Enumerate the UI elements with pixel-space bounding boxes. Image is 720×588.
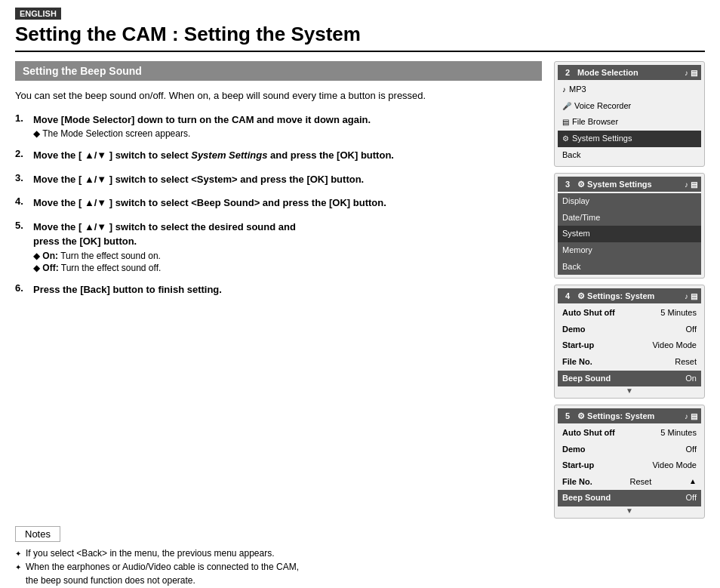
demo-value-4: Off (686, 323, 697, 337)
menu-back-3: Back (558, 259, 701, 276)
step-content-2: Move the [ ▲/▼ ] switch to select System… (33, 148, 542, 163)
back-3-label: Back (562, 260, 580, 274)
menu-system-settings: ⚙ System Settings (558, 131, 701, 147)
notes-box: Notes (15, 526, 60, 542)
step-5-off: Off: Turn the effect sound off. (33, 263, 161, 273)
step-4-text: Move the [ ▲/▼ ] switch to select <Beep … (33, 195, 542, 211)
menu-system: System (558, 226, 701, 242)
panel-5: 5 ⚙ Settings: System ♪ ▤ Auto Shut off 5… (554, 405, 705, 519)
step-num-5: 5. (15, 220, 30, 231)
file-browser-label: File Browser (572, 115, 618, 129)
step-5-note-on: On: Turn the effect sound on. (33, 251, 542, 261)
panel-4-num-badge: 4 ⚙ Settings: System (562, 290, 654, 302)
mp3-label: MP3 (569, 83, 586, 97)
notes-list: If you select <Back> in the menu, the pr… (15, 546, 705, 587)
panel-3-header: 3 ⚙ System Settings ♪ ▤ (558, 177, 701, 192)
row-startup-4: Start-up Video Mode (558, 337, 701, 354)
demo-value-5: Off (686, 443, 697, 457)
menu-voice-recorder: 🎤 Voice Recorder (558, 98, 701, 115)
step-5-note-off: Off: Turn the effect sound off. (33, 263, 542, 273)
music-icon-3: ♪ (685, 180, 688, 189)
menu-mp3: ♪ MP3 (558, 82, 701, 98)
right-column: 2 Mode Selection ♪ ▤ ♪ MP3 🎤 Voice Recor… (554, 61, 705, 519)
demo-label-4: Demo (562, 323, 586, 337)
step-content-5: Move the [ ▲/▼ ] switch to select the de… (33, 220, 542, 273)
startup-value-4: Video Mode (652, 339, 697, 352)
step-1-diamond: The Mode Selection screen appears. (33, 128, 190, 139)
startup-label-4: Start-up (562, 339, 594, 352)
battery-icon: ▤ (691, 69, 697, 77)
section-title: Setting the Beep Sound (15, 61, 542, 81)
panel-4-icons: ♪ ▤ (685, 292, 697, 300)
panel-3: 3 ⚙ System Settings ♪ ▤ Display Date/Tim… (554, 173, 705, 279)
scroll-down-4: ▼ (558, 386, 701, 395)
panel-5-header: 5 ⚙ Settings: System ♪ ▤ (558, 408, 701, 423)
step-num-1: 1. (15, 112, 30, 124)
step-3: 3. Move the [ ▲/▼ ] switch to select <Sy… (15, 172, 542, 187)
file-icon: ▤ (562, 116, 569, 128)
music-icon-4: ♪ (685, 292, 688, 300)
panel-3-icons: ♪ ▤ (685, 180, 697, 189)
panel-4-wrapper: 4 ⚙ Settings: System ♪ ▤ Auto Shut off 5… (554, 285, 705, 399)
row-beepsound-5: Beep Sound Off (558, 490, 701, 506)
menu-datetime: Date/Time (558, 210, 701, 226)
fileno-label-4: File No. (562, 356, 592, 369)
step-content-1: Move [Mode Selector] down to turn on the… (33, 112, 542, 140)
autoshutoff-label-4: Auto Shut off (562, 306, 615, 320)
fileno-value-4: Reset (675, 356, 697, 369)
panel-5-wrapper: 5 ⚙ Settings: System ♪ ▤ Auto Shut off 5… (554, 405, 705, 519)
step-3-text: Move the [ ▲/▼ ] switch to select <Syste… (33, 172, 542, 187)
row-autoshutoff-4: Auto Shut off 5 Minutes (558, 305, 701, 322)
beepsound-label-5: Beep Sound (562, 491, 611, 505)
memory-label: Memory (562, 244, 592, 257)
page: ENGLISH Setting the CAM : Setting the Sy… (0, 0, 720, 588)
left-column: Setting the Beep Sound You can set the b… (15, 61, 554, 519)
row-beepsound-4: Beep Sound On (558, 371, 701, 387)
intro-text: You can set the beep sound on/off. When … (15, 88, 542, 103)
autoshutoff-value-4: 5 Minutes (660, 306, 697, 320)
row-demo-4: Demo Off (558, 322, 701, 338)
step-num-3: 3. (15, 172, 30, 183)
row-startup-5: Start-up Video Mode (558, 457, 701, 474)
step-5-on: On: Turn the effect sound on. (33, 251, 161, 261)
panel-3-num-badge: 3 ⚙ System Settings (562, 178, 652, 190)
panel-5-icons: ♪ ▤ (685, 412, 697, 420)
step-4: 4. Move the [ ▲/▼ ] switch to select <Be… (15, 195, 542, 211)
menu-file-browser: ▤ File Browser (558, 114, 701, 131)
voice-recorder-label: Voice Recorder (574, 100, 631, 113)
system-settings-label: System Settings (572, 132, 632, 146)
notes-section: Notes If you select <Back> in the menu, … (0, 526, 720, 587)
menu-back-1: Back (558, 147, 701, 164)
notes-item-1: If you select <Back> in the menu, the pr… (15, 546, 705, 560)
header: ENGLISH Setting the CAM : Setting the Sy… (0, 0, 720, 61)
back-1-label: Back (562, 149, 580, 162)
settings-icon: ⚙ (562, 133, 569, 145)
mic-icon: 🎤 (562, 100, 571, 112)
page-title: Setting the CAM : Setting the System (15, 23, 705, 52)
panel-3-title: ⚙ System Settings (577, 180, 652, 189)
panel-3-wrapper: 3 ⚙ System Settings ♪ ▤ Display Date/Tim… (554, 173, 705, 279)
row-demo-5: Demo Off (558, 442, 701, 458)
datetime-label: Date/Time (562, 211, 600, 225)
panel-4-title: ⚙ Settings: System (577, 291, 654, 300)
step-5-text: Move the [ ▲/▼ ] switch to select the de… (33, 220, 542, 249)
autoshutoff-label-5: Auto Shut off (562, 426, 615, 440)
autoshutoff-value-5: 5 Minutes (660, 426, 697, 440)
step-1-note: The Mode Selection screen appears. (33, 128, 542, 139)
row-fileno-5: File No. Reset ▲ (558, 474, 701, 491)
panel-5-num-badge: 5 ⚙ Settings: System (562, 410, 654, 422)
step-num-6: 6. (15, 282, 30, 294)
panel-2-num-badge: 2 Mode Selection (562, 66, 638, 79)
panel-2-header: 2 Mode Selection ♪ ▤ (558, 65, 701, 80)
language-badge: ENGLISH (15, 8, 61, 20)
step-6-text: Press the [Back] button to finish settin… (33, 282, 542, 297)
mp3-icon: ♪ (562, 84, 566, 96)
battery-icon-3: ▤ (691, 180, 697, 189)
battery-icon-4: ▤ (691, 292, 697, 300)
notes-item-2: When the earphones or Audio/Video cable … (15, 560, 705, 587)
panel-4: 4 ⚙ Settings: System ♪ ▤ Auto Shut off 5… (554, 285, 705, 399)
step-content-6: Press the [Back] button to finish settin… (33, 282, 542, 297)
step-2: 2. Move the [ ▲/▼ ] switch to select Sys… (15, 148, 542, 163)
step-1-text: Move [Mode Selector] down to turn on the… (33, 112, 542, 128)
demo-label-5: Demo (562, 443, 586, 457)
